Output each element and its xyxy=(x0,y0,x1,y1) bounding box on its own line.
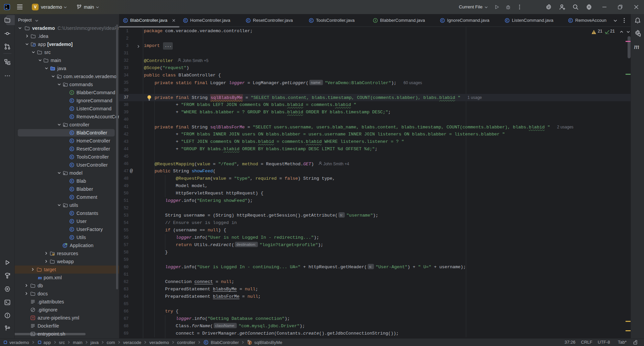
svg-text:C: C xyxy=(247,19,250,22)
svg-text:C: C xyxy=(71,163,73,167)
svg-text:C: C xyxy=(71,139,73,142)
svg-text:C: C xyxy=(71,236,73,239)
svg-text:I: I xyxy=(71,91,72,94)
svg-text:C: C xyxy=(570,19,572,22)
svg-text:C: C xyxy=(71,115,73,118)
svg-text:C: C xyxy=(71,212,73,215)
svg-text:C: C xyxy=(71,107,73,110)
svg-text:C: C xyxy=(71,187,73,191)
svg-text:C: C xyxy=(71,147,73,151)
svg-text:C: C xyxy=(441,19,444,22)
svg-text:C: C xyxy=(310,19,313,22)
svg-text:C: C xyxy=(506,19,508,22)
svg-text:C: C xyxy=(184,19,187,22)
svg-text:C: C xyxy=(71,220,73,223)
svg-text:I: I xyxy=(375,19,376,22)
svg-text:Y: Y xyxy=(32,316,34,320)
svg-text:C: C xyxy=(71,131,73,134)
svg-text:C: C xyxy=(124,19,127,22)
svg-text:C: C xyxy=(71,155,73,159)
svg-text:C: C xyxy=(71,179,73,183)
svg-text:C: C xyxy=(71,99,73,102)
svg-text:C: C xyxy=(71,228,73,231)
svg-text:C: C xyxy=(71,195,73,199)
svg-text:C: C xyxy=(205,341,207,344)
